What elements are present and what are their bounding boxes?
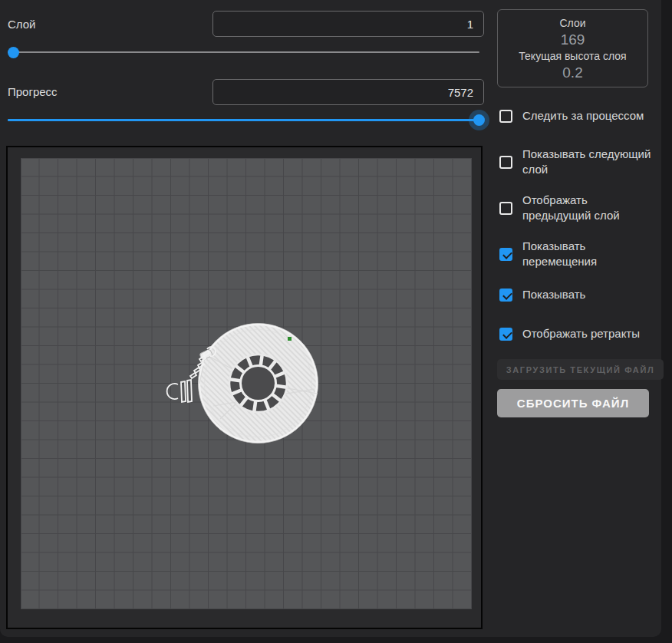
checkbox-label: Отображать ретракты: [522, 326, 640, 341]
spool-hub: [229, 354, 287, 412]
checkbox-label: Показывать следующий слой: [522, 147, 653, 177]
print-head-marker: [288, 337, 292, 341]
layers-count-label: Слои: [498, 15, 647, 31]
layer-slider[interactable]: [8, 42, 479, 62]
checkbox-show-retracts[interactable]: Отображать ретракты: [499, 318, 653, 349]
progress-slider[interactable]: [8, 110, 479, 130]
layer-info-box: Слои 169 Текущая высота слоя 0.2: [497, 9, 648, 87]
progress-input[interactable]: [212, 79, 484, 105]
checkbox-follow-process[interactable]: Следить за процессом: [499, 101, 653, 131]
layer-input[interactable]: [212, 11, 484, 37]
progress-slider-thumb[interactable]: [473, 114, 485, 126]
viewer-panel: Слой Прогресс: [0, 0, 661, 637]
layers-count-value: 169: [498, 31, 647, 48]
checkbox-show-next-layer[interactable]: Показывать следующий слой: [499, 147, 653, 177]
progress-label: Прогресс: [8, 85, 58, 98]
load-current-file-button[interactable]: ЗАГРУЗИТЬ ТЕКУЩИЙ ФАЙЛ: [497, 359, 664, 380]
check-icon: [502, 249, 512, 259]
checkbox-box[interactable]: [499, 110, 512, 123]
progress-slider-track[interactable]: [8, 119, 479, 121]
layer-slider-thumb[interactable]: [8, 47, 19, 58]
layer-height-label: Текущая высота слоя: [498, 48, 647, 64]
check-icon: [502, 329, 512, 339]
checkbox-box[interactable]: [499, 248, 512, 261]
layer-label: Слой: [8, 18, 35, 31]
gcode-render-canvas[interactable]: [6, 146, 483, 629]
reset-file-button[interactable]: СБРОСИТЬ ФАЙЛ: [497, 389, 649, 417]
layer-slider-track[interactable]: [8, 51, 479, 53]
checkbox-label: Показывать перемещения: [522, 239, 653, 269]
print-bed-view: [21, 158, 472, 609]
checkbox-show[interactable]: Показывать: [499, 287, 653, 302]
checkbox-show-previous-layer[interactable]: Отображать предыдущий слой: [499, 193, 653, 223]
checkbox-box[interactable]: [499, 328, 512, 341]
checkbox-box[interactable]: [499, 156, 512, 169]
checkbox-show-moves[interactable]: Показывать перемещения: [499, 239, 653, 269]
check-icon: [502, 290, 512, 300]
gcode-viewer-page: Слой Прогресс: [0, 0, 672, 643]
checkbox-label: Отображать предыдущий слой: [522, 193, 653, 223]
checkbox-box[interactable]: [499, 289, 512, 302]
layer-height-value: 0.2: [498, 64, 647, 81]
checkbox-label: Показывать: [522, 287, 585, 302]
checkbox-box[interactable]: [499, 202, 512, 215]
checkbox-label: Следить за процессом: [522, 108, 644, 124]
